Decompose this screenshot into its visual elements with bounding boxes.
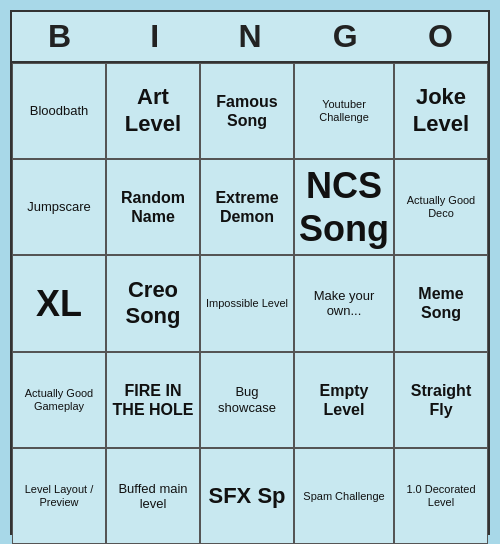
header-g: G bbox=[301, 18, 389, 55]
bingo-cell-14[interactable]: Meme Song bbox=[394, 255, 488, 351]
bingo-cell-5[interactable]: Jumpscare bbox=[12, 159, 106, 255]
header-b: B bbox=[16, 18, 104, 55]
bingo-cell-20[interactable]: Level Layout / Preview bbox=[12, 448, 106, 544]
header-i: I bbox=[111, 18, 199, 55]
bingo-cell-22[interactable]: SFX Sp bbox=[200, 448, 294, 544]
bingo-cell-9[interactable]: Actually Good Deco bbox=[394, 159, 488, 255]
bingo-cell-4[interactable]: Joke Level bbox=[394, 63, 488, 159]
header-n: N bbox=[206, 18, 294, 55]
bingo-cell-2[interactable]: Famous Song bbox=[200, 63, 294, 159]
header-o: O bbox=[396, 18, 484, 55]
bingo-cell-23[interactable]: Spam Challenge bbox=[294, 448, 394, 544]
bingo-cell-16[interactable]: FIRE IN THE HOLE bbox=[106, 352, 200, 448]
bingo-cell-10[interactable]: XL bbox=[12, 255, 106, 351]
bingo-cell-19[interactable]: Straight Fly bbox=[394, 352, 488, 448]
bingo-cell-21[interactable]: Buffed main level bbox=[106, 448, 200, 544]
bingo-cell-7[interactable]: Extreme Demon bbox=[200, 159, 294, 255]
bingo-cell-3[interactable]: Youtuber Challenge bbox=[294, 63, 394, 159]
bingo-cell-13[interactable]: Make your own... bbox=[294, 255, 394, 351]
bingo-cell-17[interactable]: Bug showcase bbox=[200, 352, 294, 448]
bingo-cell-24[interactable]: 1.0 Decorated Level bbox=[394, 448, 488, 544]
bingo-header: B I N G O bbox=[12, 12, 488, 61]
bingo-cell-6[interactable]: Random Name bbox=[106, 159, 200, 255]
bingo-cell-12[interactable]: Impossible Level bbox=[200, 255, 294, 351]
bingo-cell-18[interactable]: Empty Level bbox=[294, 352, 394, 448]
bingo-card: B I N G O BloodbathArt LevelFamous SongY… bbox=[10, 10, 490, 535]
bingo-cell-15[interactable]: Actually Good Gameplay bbox=[12, 352, 106, 448]
bingo-grid: BloodbathArt LevelFamous SongYoutuber Ch… bbox=[12, 61, 488, 545]
bingo-cell-0[interactable]: Bloodbath bbox=[12, 63, 106, 159]
bingo-cell-1[interactable]: Art Level bbox=[106, 63, 200, 159]
bingo-cell-11[interactable]: Creo Song bbox=[106, 255, 200, 351]
bingo-cell-8[interactable]: NCS Song bbox=[294, 159, 394, 255]
